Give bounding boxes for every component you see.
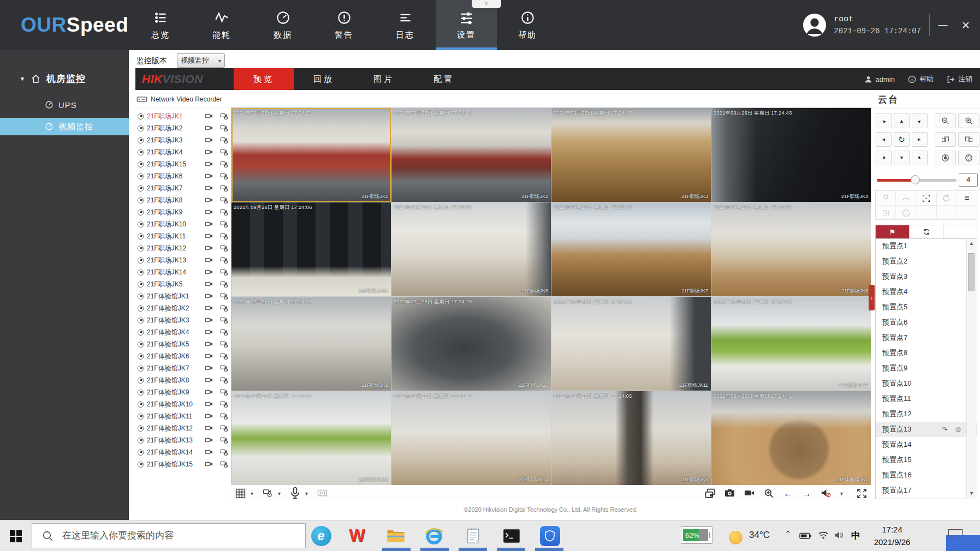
stream-type-caret-icon[interactable]: ▾ [278,490,281,496]
video-cell[interactable]: 2021年09月26日 星期日 17:24:45 21F职场JK3 [551,108,711,202]
taskbar-app-internet-explorer[interactable] [424,525,444,546]
nvr-root-node[interactable]: Network Video Recorder [135,92,233,107]
tray-volume-icon[interactable] [834,531,845,540]
stream-settings-icon[interactable] [220,185,229,192]
record-camera-icon[interactable] [205,413,213,420]
preset-item[interactable]: 预置点11 ↷ ⚙ [876,391,977,406]
record-camera-icon[interactable] [205,173,213,180]
nav-item-help[interactable]: 帮助 [497,0,558,50]
preset-item[interactable]: 预置点8 ↷ ⚙ [876,345,977,361]
next-page-icon[interactable]: → [802,488,811,499]
stream-settings-icon[interactable] [220,245,229,252]
search-input[interactable] [61,530,293,542]
logout-button[interactable]: 注销 [947,74,972,84]
video-cell[interactable]: 2021年09月26日 星期日 17:24:43 21F职场JK4 [711,108,871,202]
stream-settings-icon[interactable] [220,437,229,444]
ptz-down-button[interactable]: ▲ [894,151,910,165]
record-camera-icon[interactable] [205,209,213,216]
record-camera-icon[interactable] [205,377,213,384]
tray-battery-icon[interactable] [799,532,812,540]
preset-scrollbar[interactable]: ▲ ▼ [966,239,976,498]
camera-list-item[interactable]: 21F职场JK8 [135,194,233,206]
preset-item[interactable]: 预置点9 ↷ ⚙ [876,361,977,376]
video-cell[interactable]: 2021年09月26日 星期日 17:26:52 21F职场JK6 [391,202,551,296]
camera-list-item[interactable]: 21F体验馆JK2 [135,302,233,314]
preset-item[interactable]: 预置点13 ↷ ⚙ [876,422,977,437]
goto-preset-icon[interactable]: ↷ [941,426,947,434]
camera-list-item[interactable]: 21F职场JK4 [135,146,233,158]
camera-list-item[interactable]: 21F体验馆JK1 [135,290,233,302]
tab-configuration[interactable]: 配置 [414,68,474,90]
stream-settings-icon[interactable] [220,269,229,276]
stream-settings-icon[interactable] [220,449,229,456]
zoom-in-button[interactable] [958,113,979,128]
stream-settings-icon[interactable] [220,113,229,120]
video-cell[interactable]: 2021年09月26日 星期日 17:24:20 21F职场JK8 [711,202,871,296]
video-cell[interactable]: 2021年09月26日 星期日 17:24:13 21F职场JK11 [551,297,711,391]
nav-item-data[interactable]: 数据 [252,0,313,50]
video-cell[interactable]: 2021年09月26日 星期日 17:24:14 21F职场JK2 [391,108,551,202]
preset-item[interactable]: 预置点7 ↷ ⚙ [876,330,977,345]
video-cell[interactable]: 2021年09月26日 星期日 17:24:05 21F职场JK5 [551,391,711,485]
record-camera-icon[interactable] [205,317,213,324]
preset-item[interactable]: 预置点6 ↷ ⚙ [876,315,977,330]
stream-settings-icon[interactable] [220,149,229,156]
record-camera-icon[interactable] [205,281,213,288]
preset-item[interactable]: 预置点1 ↷ ⚙ [876,238,977,254]
record-icon[interactable] [744,488,755,499]
aux-focus-button[interactable] [916,191,936,205]
stream-settings-icon[interactable] [220,401,229,408]
camera-list-item[interactable]: 21F体验馆JK7 [135,362,233,374]
taskbar-app-cmd[interactable] [501,525,522,546]
record-camera-icon[interactable] [205,353,213,360]
video-cell[interactable]: 2021年09月26日 星期日 17:24:31 21F职场JK13 [231,391,391,485]
stream-settings-icon[interactable] [220,413,229,420]
stream-settings-icon[interactable] [220,161,229,168]
taskbar-clock[interactable]: 17:24 2021/9/26 [869,524,916,548]
camera-list-item[interactable]: 21F职场JK11 [135,230,233,242]
iris-open-button[interactable] [958,151,979,165]
audio-muted-icon[interactable] [821,488,831,499]
video-cell[interactable]: 2021年09月26日 星期日 17:24:06 21F职场JK15 [231,202,391,296]
preset-item[interactable]: 预置点14 ↷ ⚙ [876,437,977,452]
record-camera-icon[interactable] [205,293,213,300]
record-camera-icon[interactable] [205,269,213,276]
camera-list-item[interactable]: 21F体验馆JK5 [135,338,233,350]
panel-collapse-handle[interactable]: › [869,285,875,310]
stream-settings-icon[interactable] [220,137,229,144]
weather-temperature[interactable]: 34°C [749,530,770,541]
preset-settings-icon[interactable]: ⚙ [955,426,961,434]
scrollbar-thumb[interactable] [968,253,975,291]
nav-item-alerts[interactable]: 警告 [313,0,375,50]
record-camera-icon[interactable] [205,341,213,348]
stream-settings-icon[interactable] [220,173,229,180]
stream-type-icon[interactable] [263,488,273,499]
camera-list-item[interactable]: 21F职场JK5 [135,278,233,290]
preset-item[interactable]: 预置点15 ↷ ⚙ [876,452,977,468]
sidebar-root-room-monitoring[interactable]: ▼ 机房监控 [0,70,129,87]
record-camera-icon[interactable] [205,221,213,228]
video-cell[interactable]: 2021年09月26日 星期日 17:24:52 21F职场JK1 [231,108,391,202]
stream-settings-icon[interactable] [220,257,229,264]
camera-list-item[interactable]: 21F职场JK3 [135,134,233,146]
stream-settings-icon[interactable] [220,425,229,432]
record-camera-icon[interactable] [205,449,213,456]
zoom-out-button[interactable] [935,113,956,128]
record-camera-icon[interactable] [205,401,213,408]
ptz-up-left-button[interactable]: ▲ [876,113,892,128]
weather-sun-icon[interactable] [729,531,743,544]
topbar-collapse-tab[interactable]: ˅ [472,0,501,8]
two-way-audio-caret-icon[interactable]: ▾ [305,490,308,496]
video-cell[interactable]: 2021年09月26日 星期日 17:26:26 21F职场JK7 [551,202,711,296]
preset-item[interactable]: 预置点2 ↷ ⚙ [876,254,977,269]
record-camera-icon[interactable] [205,257,213,264]
record-camera-icon[interactable] [205,389,213,396]
preset-item[interactable]: 预置点4 ↷ ⚙ [876,284,977,300]
video-cell[interactable]: 2021年09月26日 星期日 17:24:06 21F职场JK9 [231,297,391,391]
record-camera-icon[interactable] [205,149,213,156]
minimize-button[interactable]: — [933,0,953,50]
record-camera-icon[interactable] [205,185,213,192]
taskbar-app-security[interactable] [539,525,560,546]
sidebar-item-video-monitoring[interactable]: 视频监控 [0,118,129,135]
camera-list-item[interactable]: 21F体验馆JK4 [135,326,233,338]
